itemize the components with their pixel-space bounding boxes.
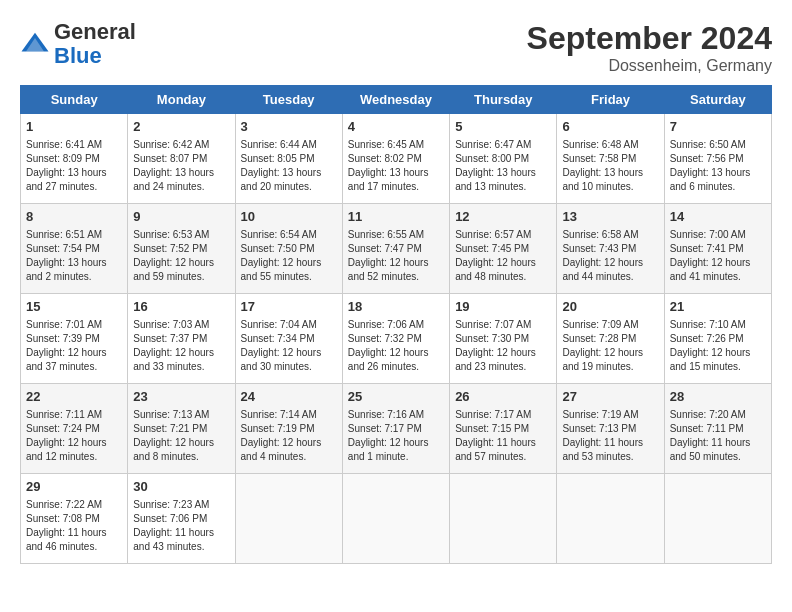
table-row: 22 Sunrise: 7:11 AM Sunset: 7:24 PM Dayl… <box>21 384 772 474</box>
day-number: 26 <box>455 388 551 406</box>
sunset-label: Sunset: 7:30 PM <box>455 333 529 344</box>
day-number: 18 <box>348 298 444 316</box>
logo-general: General <box>54 19 136 44</box>
calendar-body: 1 Sunrise: 6:41 AM Sunset: 8:09 PM Dayli… <box>21 114 772 564</box>
sunrise-label: Sunrise: 6:53 AM <box>133 229 209 240</box>
daylight-label: Daylight: 13 hours and 13 minutes. <box>455 167 536 192</box>
daylight-label: Daylight: 12 hours and 12 minutes. <box>26 437 107 462</box>
list-item: 26 Sunrise: 7:17 AM Sunset: 7:15 PM Dayl… <box>450 384 557 474</box>
sunrise-label: Sunrise: 6:41 AM <box>26 139 102 150</box>
logo-text: General Blue <box>54 20 136 68</box>
day-number: 20 <box>562 298 658 316</box>
list-item: 25 Sunrise: 7:16 AM Sunset: 7:17 PM Dayl… <box>342 384 449 474</box>
sunrise-label: Sunrise: 7:10 AM <box>670 319 746 330</box>
sunrise-label: Sunrise: 7:20 AM <box>670 409 746 420</box>
daylight-label: Daylight: 12 hours and 19 minutes. <box>562 347 643 372</box>
list-item: 17 Sunrise: 7:04 AM Sunset: 7:34 PM Dayl… <box>235 294 342 384</box>
logo-blue: Blue <box>54 43 102 68</box>
day-number: 9 <box>133 208 229 226</box>
daylight-label: Daylight: 12 hours and 59 minutes. <box>133 257 214 282</box>
logo: General Blue <box>20 20 136 68</box>
daylight-label: Daylight: 11 hours and 53 minutes. <box>562 437 643 462</box>
sunrise-label: Sunrise: 6:48 AM <box>562 139 638 150</box>
sunrise-label: Sunrise: 7:09 AM <box>562 319 638 330</box>
list-item: 23 Sunrise: 7:13 AM Sunset: 7:21 PM Dayl… <box>128 384 235 474</box>
list-item: 14 Sunrise: 7:00 AM Sunset: 7:41 PM Dayl… <box>664 204 771 294</box>
list-item: 2 Sunrise: 6:42 AM Sunset: 8:07 PM Dayli… <box>128 114 235 204</box>
col-monday: Monday <box>128 86 235 114</box>
list-item: 4 Sunrise: 6:45 AM Sunset: 8:02 PM Dayli… <box>342 114 449 204</box>
sunset-label: Sunset: 7:26 PM <box>670 333 744 344</box>
daylight-label: Daylight: 13 hours and 2 minutes. <box>26 257 107 282</box>
calendar-table: Sunday Monday Tuesday Wednesday Thursday… <box>20 85 772 564</box>
sunset-label: Sunset: 7:56 PM <box>670 153 744 164</box>
sunset-label: Sunset: 7:19 PM <box>241 423 315 434</box>
list-item: 16 Sunrise: 7:03 AM Sunset: 7:37 PM Dayl… <box>128 294 235 384</box>
daylight-label: Daylight: 12 hours and 8 minutes. <box>133 437 214 462</box>
list-item: 3 Sunrise: 6:44 AM Sunset: 8:05 PM Dayli… <box>235 114 342 204</box>
list-item: 30 Sunrise: 7:23 AM Sunset: 7:06 PM Dayl… <box>128 474 235 564</box>
daylight-label: Daylight: 12 hours and 41 minutes. <box>670 257 751 282</box>
sunset-label: Sunset: 7:37 PM <box>133 333 207 344</box>
sunrise-label: Sunrise: 6:54 AM <box>241 229 317 240</box>
calendar-header: Sunday Monday Tuesday Wednesday Thursday… <box>21 86 772 114</box>
day-number: 4 <box>348 118 444 136</box>
sunset-label: Sunset: 7:11 PM <box>670 423 744 434</box>
list-item: 19 Sunrise: 7:07 AM Sunset: 7:30 PM Dayl… <box>450 294 557 384</box>
daylight-label: Daylight: 12 hours and 55 minutes. <box>241 257 322 282</box>
sunset-label: Sunset: 8:05 PM <box>241 153 315 164</box>
day-number: 3 <box>241 118 337 136</box>
day-number: 10 <box>241 208 337 226</box>
sunset-label: Sunset: 7:47 PM <box>348 243 422 254</box>
sunset-label: Sunset: 7:32 PM <box>348 333 422 344</box>
day-number: 5 <box>455 118 551 136</box>
list-item: 20 Sunrise: 7:09 AM Sunset: 7:28 PM Dayl… <box>557 294 664 384</box>
day-number: 2 <box>133 118 229 136</box>
daylight-label: Daylight: 12 hours and 52 minutes. <box>348 257 429 282</box>
sunrise-label: Sunrise: 6:51 AM <box>26 229 102 240</box>
list-item: 29 Sunrise: 7:22 AM Sunset: 7:08 PM Dayl… <box>21 474 128 564</box>
daylight-label: Daylight: 12 hours and 33 minutes. <box>133 347 214 372</box>
daylight-label: Daylight: 12 hours and 44 minutes. <box>562 257 643 282</box>
list-item <box>235 474 342 564</box>
sunset-label: Sunset: 8:02 PM <box>348 153 422 164</box>
day-number: 13 <box>562 208 658 226</box>
day-number: 19 <box>455 298 551 316</box>
day-number: 15 <box>26 298 122 316</box>
daylight-label: Daylight: 12 hours and 48 minutes. <box>455 257 536 282</box>
day-number: 24 <box>241 388 337 406</box>
daylight-label: Daylight: 12 hours and 15 minutes. <box>670 347 751 372</box>
day-number: 28 <box>670 388 766 406</box>
day-number: 11 <box>348 208 444 226</box>
sunrise-label: Sunrise: 6:42 AM <box>133 139 209 150</box>
list-item <box>664 474 771 564</box>
sunset-label: Sunset: 7:24 PM <box>26 423 100 434</box>
sunset-label: Sunset: 7:41 PM <box>670 243 744 254</box>
sunrise-label: Sunrise: 7:00 AM <box>670 229 746 240</box>
list-item <box>450 474 557 564</box>
day-number: 22 <box>26 388 122 406</box>
list-item: 13 Sunrise: 6:58 AM Sunset: 7:43 PM Dayl… <box>557 204 664 294</box>
sunset-label: Sunset: 7:08 PM <box>26 513 100 524</box>
day-number: 25 <box>348 388 444 406</box>
list-item: 28 Sunrise: 7:20 AM Sunset: 7:11 PM Dayl… <box>664 384 771 474</box>
sunset-label: Sunset: 7:28 PM <box>562 333 636 344</box>
sunset-label: Sunset: 7:06 PM <box>133 513 207 524</box>
day-number: 12 <box>455 208 551 226</box>
sunset-label: Sunset: 7:39 PM <box>26 333 100 344</box>
month-year-title: September 2024 <box>527 20 772 57</box>
sunset-label: Sunset: 8:07 PM <box>133 153 207 164</box>
location-title: Dossenheim, Germany <box>527 57 772 75</box>
days-header-row: Sunday Monday Tuesday Wednesday Thursday… <box>21 86 772 114</box>
logo-icon <box>20 29 50 59</box>
table-row: 1 Sunrise: 6:41 AM Sunset: 8:09 PM Dayli… <box>21 114 772 204</box>
sunset-label: Sunset: 7:17 PM <box>348 423 422 434</box>
daylight-label: Daylight: 13 hours and 10 minutes. <box>562 167 643 192</box>
day-number: 1 <box>26 118 122 136</box>
daylight-label: Daylight: 12 hours and 23 minutes. <box>455 347 536 372</box>
col-tuesday: Tuesday <box>235 86 342 114</box>
col-sunday: Sunday <box>21 86 128 114</box>
list-item: 7 Sunrise: 6:50 AM Sunset: 7:56 PM Dayli… <box>664 114 771 204</box>
sunrise-label: Sunrise: 7:03 AM <box>133 319 209 330</box>
table-row: 29 Sunrise: 7:22 AM Sunset: 7:08 PM Dayl… <box>21 474 772 564</box>
